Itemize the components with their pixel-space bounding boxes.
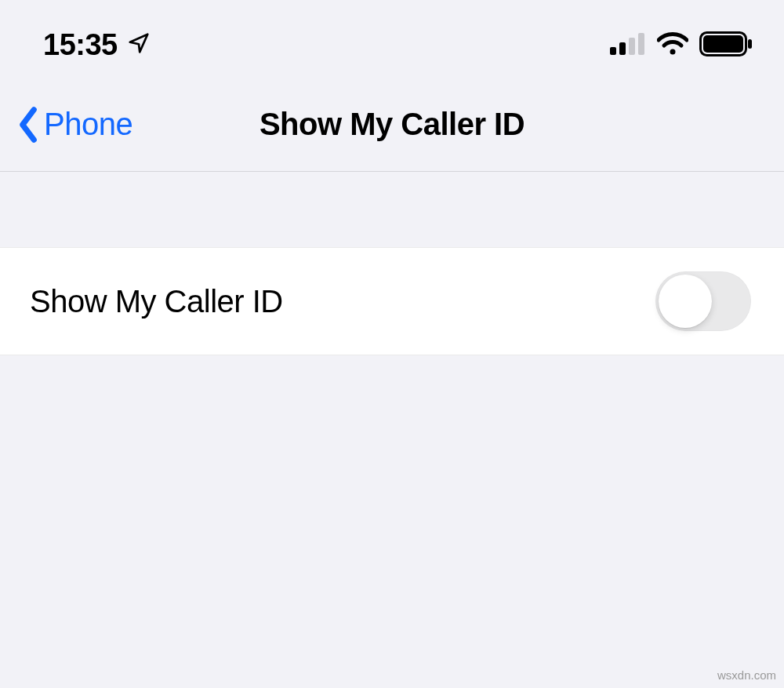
caller-id-toggle[interactable] xyxy=(655,271,751,331)
svg-rect-0 xyxy=(610,47,616,55)
battery-icon xyxy=(699,31,753,60)
svg-rect-7 xyxy=(748,39,752,49)
svg-rect-3 xyxy=(638,33,644,55)
status-time: 15:35 xyxy=(43,28,118,62)
status-right xyxy=(610,31,753,60)
status-left: 15:35 xyxy=(43,28,151,62)
chevron-left-icon xyxy=(16,106,41,144)
nav-bar: Phone Show My Caller ID xyxy=(0,78,784,172)
back-label: Phone xyxy=(44,107,132,142)
wifi-icon xyxy=(657,32,688,59)
cellular-signal-icon xyxy=(610,33,646,58)
location-arrow-icon xyxy=(127,28,151,62)
svg-rect-2 xyxy=(629,38,635,55)
svg-point-4 xyxy=(670,49,676,54)
svg-rect-1 xyxy=(619,42,626,55)
svg-rect-6 xyxy=(703,35,743,53)
toggle-knob xyxy=(659,275,712,328)
status-bar: 15:35 xyxy=(0,0,784,78)
caller-id-row: Show My Caller ID xyxy=(0,248,784,355)
content: Show My Caller ID xyxy=(0,172,784,355)
caller-id-label: Show My Caller ID xyxy=(30,284,283,319)
settings-list: Show My Caller ID xyxy=(0,247,784,355)
back-button[interactable]: Phone xyxy=(16,106,132,144)
watermark: wsxdn.com xyxy=(717,668,776,682)
